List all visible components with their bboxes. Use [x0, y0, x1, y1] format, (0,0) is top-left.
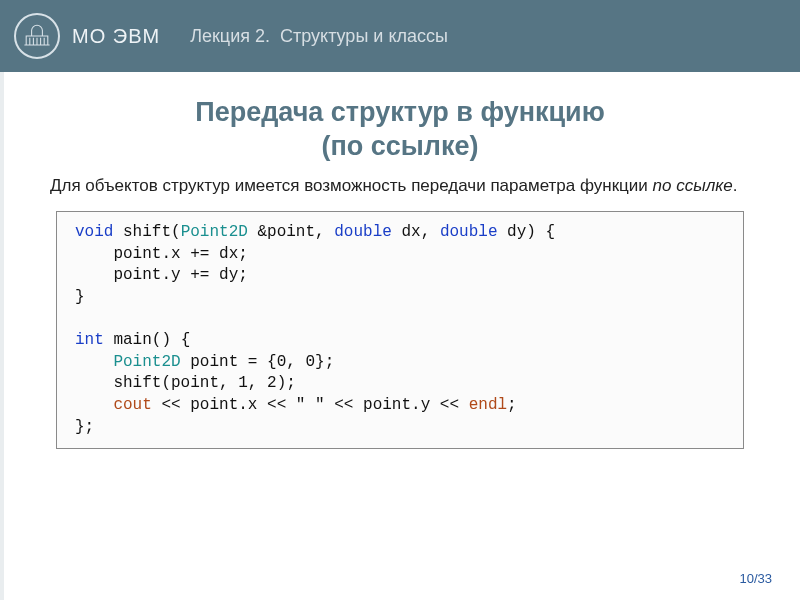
code-text: &point,	[248, 223, 334, 241]
desc-part-1: Для объектов структур имеется возможност…	[50, 176, 653, 195]
code-text: ;	[507, 396, 517, 414]
code-text: dy) {	[498, 223, 556, 241]
kw-double: double	[334, 223, 392, 241]
code-indent	[75, 353, 113, 371]
code-block: void shift(Point2D &point, double dx, do…	[56, 211, 744, 449]
brand-text: МО ЭВМ	[72, 25, 160, 48]
code-text: point = {0, 0};	[181, 353, 335, 371]
code-line: shift(point, 1, 2);	[75, 374, 296, 392]
building-icon	[19, 18, 55, 54]
page-current: 10	[739, 571, 753, 586]
code-indent	[75, 396, 113, 414]
page-total: 33	[758, 571, 772, 586]
kw-endl: endl	[469, 396, 507, 414]
left-edge-decoration	[0, 72, 4, 600]
code-text: << point.x << " " << point.y <<	[152, 396, 469, 414]
slide-description: Для объектов структур имеется возможност…	[50, 174, 750, 198]
code-text: shift(	[113, 223, 180, 241]
type-point2d: Point2D	[113, 353, 180, 371]
desc-part-2: .	[733, 176, 738, 195]
lecture-title: Лекция 2. Структуры и классы	[190, 26, 448, 47]
title-line-2: (по ссылке)	[321, 131, 478, 161]
code-line: point.y += dy;	[75, 266, 248, 284]
page-number: 10/33	[739, 571, 772, 586]
kw-void: void	[75, 223, 113, 241]
lecture-number: Лекция 2.	[190, 26, 270, 46]
slide-title: Передача структур в функцию (по ссылке)	[50, 96, 750, 164]
slide-content: Передача структур в функцию (по ссылке) …	[0, 72, 800, 449]
lecture-name: Структуры и классы	[280, 26, 448, 46]
kw-int: int	[75, 331, 104, 349]
university-logo-icon	[14, 13, 60, 59]
kw-cout: cout	[113, 396, 151, 414]
code-line: point.x += dx;	[75, 245, 248, 263]
kw-double: double	[440, 223, 498, 241]
code-line: };	[75, 418, 94, 436]
desc-emphasis: по ссылке	[653, 176, 733, 195]
title-line-1: Передача структур в функцию	[195, 97, 605, 127]
code-text: main() {	[104, 331, 190, 349]
code-line: }	[75, 288, 85, 306]
code-text: dx,	[392, 223, 440, 241]
slide-header: МО ЭВМ Лекция 2. Структуры и классы	[0, 0, 800, 72]
type-point2d: Point2D	[181, 223, 248, 241]
